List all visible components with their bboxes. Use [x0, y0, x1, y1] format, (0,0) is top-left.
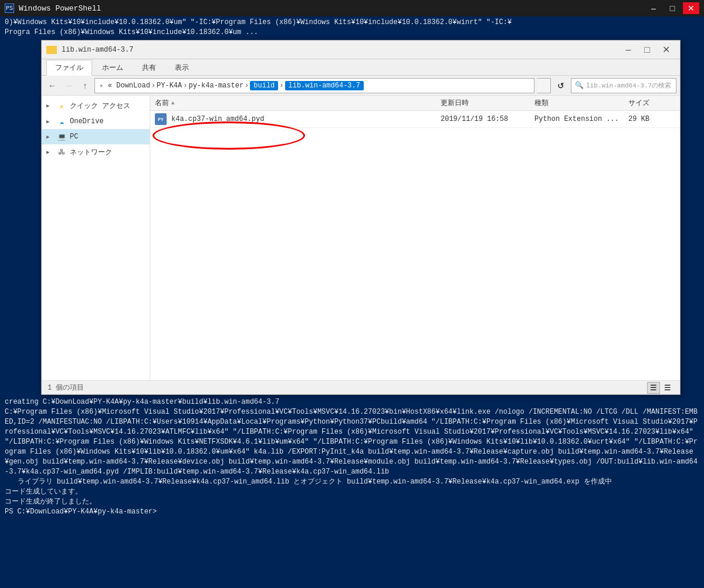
col-name-sort: ▲ — [171, 100, 174, 106]
file-name-cell: PY k4a.cp37-win_amd64.pyd — [155, 113, 441, 125]
powershell-bottom-content: creating C:¥DownLoad¥PY-K4A¥py-k4a-maste… — [0, 395, 704, 588]
tab-view[interactable]: 表示 — [166, 60, 198, 75]
explorer-close-button[interactable]: ✕ — [656, 42, 675, 58]
search-placeholder: lib.win-amd64-3.7の検索 — [586, 81, 671, 90]
address-dropdown[interactable]: ▾ — [537, 78, 551, 93]
file-type: Python Extension ... — [534, 115, 628, 123]
col-type-label: 種類 — [534, 98, 549, 108]
status-bar: 1 個の項目 ☰ ☰ — [42, 380, 680, 394]
breadcrumb-sep1: › — [151, 82, 155, 90]
forward-button[interactable]: → — [62, 79, 76, 93]
up-button[interactable]: ↑ — [78, 79, 92, 93]
sidebar-label-network: ネットワーク — [70, 147, 112, 157]
sidebar-item-pc[interactable]: ▶ 💻 PC — [42, 129, 150, 144]
breadcrumb-lib[interactable]: lib.win-amd64-3.7 — [285, 81, 364, 90]
col-modified-label: 更新日時 — [441, 98, 469, 108]
col-name-label: 名前 — [155, 98, 169, 108]
view-large-icon-button[interactable]: ☰ — [661, 382, 674, 394]
search-icon: 🔍 — [575, 81, 584, 90]
tab-file[interactable]: ファイル — [46, 60, 92, 76]
col-size[interactable]: サイズ — [628, 98, 675, 108]
explorer-title: lib.win-amd64-3.7 — [62, 46, 133, 54]
back-button[interactable]: ← — [45, 79, 59, 93]
view-buttons: ☰ ☰ — [647, 382, 674, 394]
minimize-button[interactable]: – — [645, 2, 662, 14]
breadcrumb-pyk4a[interactable]: PY-K4A — [157, 82, 182, 90]
ps-right-strip — [699, 40, 704, 395]
folder-icon — [46, 46, 57, 54]
breadcrumb-download[interactable]: « DownLoad — [108, 82, 150, 90]
address-arrow-icon: ▸ — [100, 82, 104, 89]
breadcrumb-sep2: › — [183, 82, 187, 90]
powershell-title: Windows PowerShell — [19, 4, 101, 13]
explorer-main: ▶ ★ クイック アクセス ▶ ☁ OneDrive ▶ 💻 PC ▶ 🖧 ネッ… — [42, 96, 680, 380]
address-bar[interactable]: ▸ « DownLoad › PY-K4A › py-k4a-master › … — [94, 78, 534, 93]
explorer-titlebar: lib.win-amd64-3.7 – □ ✕ — [42, 40, 680, 59]
sidebar-item-quick-access[interactable]: ▶ ★ クイック アクセス — [42, 98, 150, 114]
close-button[interactable]: ✕ — [683, 2, 699, 14]
sidebar-item-onedrive[interactable]: ▶ ☁ OneDrive — [42, 114, 150, 129]
file-name: k4a.cp37-win_amd64.pyd — [171, 115, 264, 123]
pc-chevron: ▶ — [46, 134, 53, 140]
col-type[interactable]: 種類 — [534, 98, 628, 108]
powershell-top-content: 0)¥Windows Kits¥10¥include¥10.0.18362.0¥… — [0, 16, 704, 40]
breadcrumb-build[interactable]: build — [250, 81, 278, 90]
view-details-button[interactable]: ☰ — [647, 382, 660, 394]
tab-home[interactable]: ホーム — [93, 60, 132, 75]
breadcrumb-sep4: › — [279, 82, 283, 90]
pyd-file-icon: PY — [155, 113, 167, 125]
sidebar-item-network[interactable]: ▶ 🖧 ネットワーク — [42, 144, 150, 160]
onedrive-chevron: ▶ — [46, 119, 53, 125]
onedrive-icon: ☁ — [57, 117, 66, 126]
explorer-window: lib.win-amd64-3.7 – □ ✕ ファイル ホーム 共有 表示 ←… — [41, 40, 681, 395]
address-bar-area: ← → ↑ ▸ « DownLoad › PY-K4A › py-k4a-mas… — [42, 76, 680, 96]
search-bar[interactable]: 🔍 lib.win-amd64-3.7の検索 — [571, 78, 676, 93]
file-modified: 2019/11/19 16:58 — [441, 115, 534, 123]
sidebar-label-onedrive: OneDrive — [70, 117, 104, 126]
powershell-icon: PS — [5, 4, 14, 13]
network-chevron: ▶ — [46, 149, 53, 156]
breadcrumb-sep3: › — [245, 82, 249, 90]
col-name[interactable]: 名前 ▲ — [155, 98, 441, 108]
explorer-minimize-button[interactable]: – — [619, 42, 638, 58]
sidebar-label-pc: PC — [70, 133, 78, 141]
network-icon: 🖧 — [57, 148, 66, 157]
powershell-titlebar: PS Windows PowerShell – □ ✕ — [0, 0, 704, 16]
table-row[interactable]: PY k4a.cp37-win_amd64.pyd 2019/11/19 16:… — [150, 111, 680, 128]
file-header: 名前 ▲ 更新日時 種類 サイズ — [150, 96, 680, 111]
quick-access-chevron: ▶ — [46, 103, 53, 109]
ribbon-tabs: ファイル ホーム 共有 表示 — [42, 59, 680, 76]
maximize-button[interactable]: □ — [664, 2, 681, 14]
quick-access-icon: ★ — [57, 102, 66, 111]
breadcrumb-master[interactable]: py-k4a-master — [188, 82, 243, 90]
explorer-maximize-button[interactable]: □ — [638, 42, 656, 58]
explorer-sidebar: ▶ ★ クイック アクセス ▶ ☁ OneDrive ▶ 💻 PC ▶ 🖧 ネッ… — [42, 96, 150, 380]
file-list: 名前 ▲ 更新日時 種類 サイズ PY k4a.cp37-win_amd64.p… — [150, 96, 680, 380]
refresh-button[interactable]: ↺ — [553, 78, 568, 93]
col-modified[interactable]: 更新日時 — [441, 98, 534, 108]
pc-icon: 💻 — [57, 132, 66, 141]
file-size: 29 KB — [628, 115, 675, 123]
tab-share[interactable]: 共有 — [133, 60, 165, 75]
sidebar-label-quick-access: クイック アクセス — [70, 101, 130, 111]
col-size-label: サイズ — [628, 98, 649, 108]
status-text: 1 個の項目 — [48, 383, 84, 393]
